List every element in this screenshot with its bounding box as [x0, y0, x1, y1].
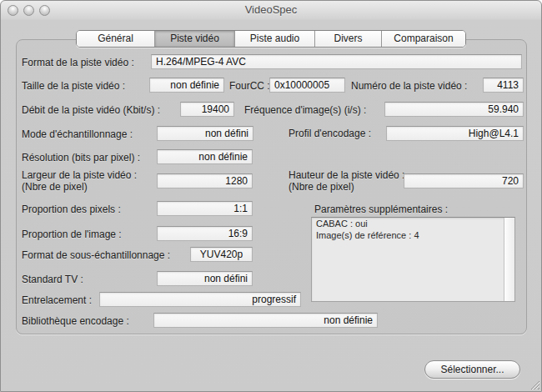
largeur-label-line1: Largeur de la piste vidéo :: [22, 169, 137, 181]
fourcc-field[interactable]: 0x10000005: [269, 78, 345, 93]
scrollbar[interactable]: [504, 218, 514, 301]
parametres-supplementaires-textarea[interactable]: CABAC : oui Image(s) de référence : 4: [311, 217, 515, 302]
profil-encodage-label: Profil d'encodage :: [289, 128, 371, 139]
sous-echantillonnage-field[interactable]: YUV420p: [190, 247, 253, 262]
debit-label: Débit de la piste vidéo (Kbit/s) :: [22, 104, 160, 116]
proportion-image-field[interactable]: 16:9: [157, 226, 253, 241]
tab-comparaison[interactable]: Comparaison: [382, 31, 465, 47]
entrelacement-label: Entrelacement :: [22, 294, 92, 306]
proportion-image-label: Proportion de l'image :: [22, 229, 122, 240]
format-field[interactable]: H.264/MPEG-4 AVC: [151, 54, 522, 69]
frequence-field[interactable]: 59.940: [384, 102, 524, 117]
debit-field[interactable]: 19400: [180, 102, 234, 117]
tab-divers[interactable]: Divers: [315, 31, 382, 47]
entrelacement-field[interactable]: progressif: [99, 292, 301, 307]
param-line-reference: Image(s) de référence : 4: [312, 229, 514, 241]
standard-tv-field[interactable]: non défini: [157, 271, 253, 286]
largeur-field[interactable]: 1280: [157, 173, 253, 188]
param-line-cabac: CABAC : oui: [312, 218, 514, 229]
videospec-window: VideoSpec Général Piste vidéo Piste audi…: [0, 0, 542, 392]
numero-field[interactable]: 4113: [483, 78, 524, 93]
taille-field[interactable]: non définie: [149, 78, 224, 93]
selectionner-button[interactable]: Sélectionner...: [424, 360, 520, 379]
largeur-label: Largeur de la piste vidéo :(Nbre de pixe…: [22, 169, 137, 193]
sous-echantillonnage-label: Format de sous-échantillonnage :: [22, 249, 170, 261]
hauteur-label-line1: Hauteur de la piste vidéo :: [289, 169, 404, 181]
proportion-pixels-field[interactable]: 1:1: [157, 201, 253, 216]
bibliotheque-encodage-field[interactable]: non définie: [153, 313, 378, 328]
resolution-field[interactable]: non définie: [157, 149, 253, 164]
mode-echantillonnage-label: Mode d'échantillonnage :: [22, 128, 133, 140]
title-bar[interactable]: VideoSpec: [1, 1, 541, 19]
tab-bar: Général Piste vidéo Piste audio Divers C…: [76, 30, 466, 48]
bibliotheque-encodage-label: Bibliothèque encodage :: [22, 315, 129, 327]
standard-tv-label: Standard TV :: [22, 274, 83, 285]
tab-general[interactable]: Général: [77, 31, 155, 47]
window-title: VideoSpec: [1, 1, 541, 19]
fourcc-label: FourCC :: [229, 80, 270, 92]
proportion-pixels-label: Proportion des pixels :: [22, 204, 121, 215]
resize-grip[interactable]: [529, 379, 539, 389]
mode-echantillonnage-field[interactable]: non défini: [157, 126, 253, 141]
largeur-label-line2: (Nbre de pixel): [22, 181, 88, 193]
hauteur-label-line2: (Nbre de pixel): [289, 181, 354, 193]
tab-piste-video[interactable]: Piste vidéo: [155, 31, 235, 47]
parametres-supplementaires-label: Paramètres supplémentaires :: [314, 204, 448, 215]
format-label: Format de la piste vidéo :: [22, 57, 134, 68]
taille-label: Taille de la piste vidéo :: [22, 80, 125, 92]
resolution-label: Résolution (bits par pixel) :: [22, 152, 140, 163]
hauteur-field[interactable]: 720: [404, 173, 524, 188]
profil-encodage-field[interactable]: High@L4.1: [386, 126, 524, 141]
hauteur-label: Hauteur de la piste vidéo :(Nbre de pixe…: [289, 169, 404, 193]
numero-label: Numéro de la piste vidéo :: [351, 80, 467, 92]
tab-piste-audio[interactable]: Piste audio: [235, 31, 315, 47]
frequence-label: Fréquence d'image(s) (i/s) :: [244, 104, 366, 116]
